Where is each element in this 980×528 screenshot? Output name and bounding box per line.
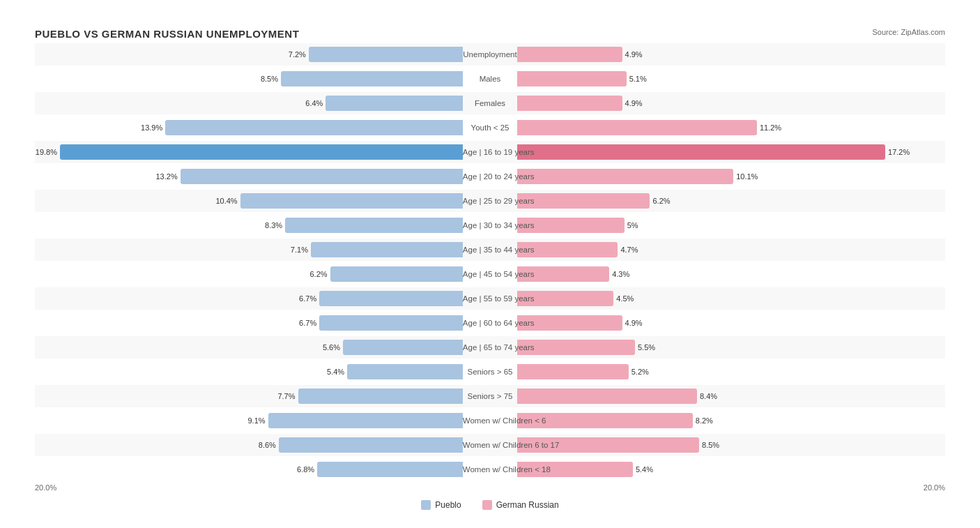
bar-left-wrapper: 6.7% bbox=[35, 291, 463, 306]
bar-row: 8.5% Males 5.1% bbox=[35, 68, 945, 90]
val-left: 6.4% bbox=[300, 99, 323, 107]
bar-right-wrapper: 5.2% bbox=[517, 364, 945, 379]
val-right: 5.1% bbox=[629, 75, 652, 83]
center-label: Unemployment bbox=[463, 50, 517, 59]
right-section: 4.9% bbox=[517, 315, 945, 331]
right-section: 8.5% bbox=[517, 437, 945, 453]
axis-left-label: 20.0% bbox=[35, 483, 56, 492]
left-section: 6.7% bbox=[35, 291, 463, 306]
val-left: 6.7% bbox=[294, 294, 316, 303]
legend: Pueblo German Russian bbox=[35, 500, 945, 510]
val-left: 7.1% bbox=[286, 246, 308, 254]
right-section: 4.7% bbox=[517, 242, 945, 257]
center-label: Age | 16 to 19 years bbox=[463, 148, 517, 156]
bar-row: 6.7% Age | 55 to 59 years 4.5% bbox=[35, 287, 945, 310]
left-section: 13.9% bbox=[35, 120, 463, 135]
left-section: 13.2% bbox=[35, 169, 463, 184]
bar-pink bbox=[517, 71, 627, 86]
bar-left-wrapper: 5.4% bbox=[35, 364, 463, 379]
bar-blue bbox=[268, 413, 463, 428]
val-left: 7.2% bbox=[284, 50, 306, 59]
left-section: 6.2% bbox=[35, 266, 463, 282]
bar-right-wrapper: 4.5% bbox=[517, 291, 945, 306]
right-section: 17.2% bbox=[517, 144, 945, 160]
bar-row: 5.6% Age | 65 to 74 years 5.5% bbox=[35, 336, 945, 359]
bar-blue bbox=[319, 291, 463, 306]
bar-left-wrapper: 6.4% bbox=[35, 96, 463, 111]
center-label: Females bbox=[463, 99, 517, 107]
val-left: 9.1% bbox=[243, 416, 266, 425]
bar-right-wrapper: 4.3% bbox=[517, 266, 945, 282]
val-left: 6.7% bbox=[294, 319, 316, 327]
legend-pueblo: Pueblo bbox=[421, 500, 461, 510]
legend-pueblo-label: Pueblo bbox=[435, 500, 461, 510]
right-section: 5.2% bbox=[517, 364, 945, 379]
right-section: 5.5% bbox=[517, 340, 945, 355]
val-right: 8.4% bbox=[700, 392, 722, 400]
bar-row: 8.6% Women w/ Children 6 to 17 8.5% bbox=[35, 434, 945, 456]
bar-blue bbox=[330, 266, 463, 282]
val-right: 5% bbox=[627, 221, 650, 229]
axis-right-label: 20.0% bbox=[924, 483, 945, 492]
val-left: 10.4% bbox=[215, 197, 238, 205]
right-section: 8.2% bbox=[517, 413, 945, 428]
bar-blue bbox=[285, 218, 463, 233]
left-section: 8.5% bbox=[35, 71, 463, 86]
right-section: 4.9% bbox=[517, 47, 945, 62]
bar-left-wrapper: 6.7% bbox=[35, 315, 463, 331]
chart-title: PUEBLO VS GERMAN RUSSIAN UNEMPLOYMENT bbox=[35, 28, 945, 40]
center-label: Seniors > 65 bbox=[463, 368, 517, 376]
val-right: 4.3% bbox=[612, 270, 634, 278]
right-section: 11.2% bbox=[517, 120, 945, 135]
bar-right-wrapper: 6.2% bbox=[517, 193, 945, 209]
bar-blue bbox=[298, 389, 463, 404]
right-section: 5% bbox=[517, 218, 945, 233]
bar-left-wrapper: 13.9% bbox=[35, 120, 463, 135]
center-label: Youth < 25 bbox=[463, 123, 517, 132]
val-right: 17.2% bbox=[888, 148, 910, 156]
val-right: 4.9% bbox=[625, 319, 648, 327]
center-label: Age | 25 to 29 years bbox=[463, 197, 517, 205]
val-left: 6.2% bbox=[305, 270, 328, 278]
bar-right-wrapper: 17.2% bbox=[517, 144, 945, 160]
bar-left-wrapper: 10.4% bbox=[35, 193, 463, 209]
bar-blue bbox=[309, 47, 463, 62]
bar-row: 6.8% Women w/ Children < 18 5.4% bbox=[35, 458, 945, 481]
bar-row: 6.7% Age | 60 to 64 years 4.9% bbox=[35, 312, 945, 334]
center-label: Age | 65 to 74 years bbox=[463, 343, 517, 352]
bar-left-wrapper: 8.6% bbox=[35, 437, 463, 453]
legend-german-russian-label: German Russian bbox=[496, 500, 559, 510]
bar-blue bbox=[317, 462, 463, 477]
bar-row: 6.2% Age | 45 to 54 years 4.3% bbox=[35, 263, 945, 285]
bar-row: 9.1% Women w/ Children < 6 8.2% bbox=[35, 409, 945, 432]
bar-blue bbox=[165, 120, 463, 135]
left-section: 5.6% bbox=[35, 340, 463, 355]
val-left: 19.8% bbox=[35, 148, 57, 156]
bar-row: 7.2% Unemployment 4.9% bbox=[35, 43, 945, 66]
bar-blue bbox=[240, 193, 463, 209]
legend-german-russian-box bbox=[482, 500, 492, 510]
bar-blue bbox=[279, 437, 463, 453]
center-label: Age | 35 to 44 years bbox=[463, 246, 517, 254]
val-left: 8.5% bbox=[256, 75, 278, 83]
right-section: 4.3% bbox=[517, 266, 945, 282]
bar-right-wrapper: 5.1% bbox=[517, 71, 945, 86]
val-right: 8.5% bbox=[702, 441, 724, 449]
left-section: 8.3% bbox=[35, 218, 463, 233]
bar-left-wrapper: 7.2% bbox=[35, 47, 463, 62]
val-right: 5.2% bbox=[631, 368, 654, 376]
left-section: 6.4% bbox=[35, 96, 463, 111]
center-label: Women w/ Children 6 to 17 bbox=[463, 441, 517, 449]
bar-left-wrapper: 6.2% bbox=[35, 266, 463, 282]
chart-body: 7.2% Unemployment 4.9% 8.5% Males 5.1% bbox=[35, 43, 945, 481]
val-right: 8.2% bbox=[696, 416, 718, 425]
val-right: 4.5% bbox=[616, 294, 638, 303]
right-section: 5.1% bbox=[517, 71, 945, 86]
bar-pink bbox=[517, 193, 650, 209]
bar-row: 7.7% Seniors > 75 8.4% bbox=[35, 385, 945, 407]
val-left: 6.8% bbox=[292, 465, 314, 474]
center-label: Seniors > 75 bbox=[463, 392, 517, 400]
right-section: 4.9% bbox=[517, 96, 945, 111]
val-left: 5.6% bbox=[318, 343, 340, 352]
val-right: 5.5% bbox=[638, 343, 660, 352]
